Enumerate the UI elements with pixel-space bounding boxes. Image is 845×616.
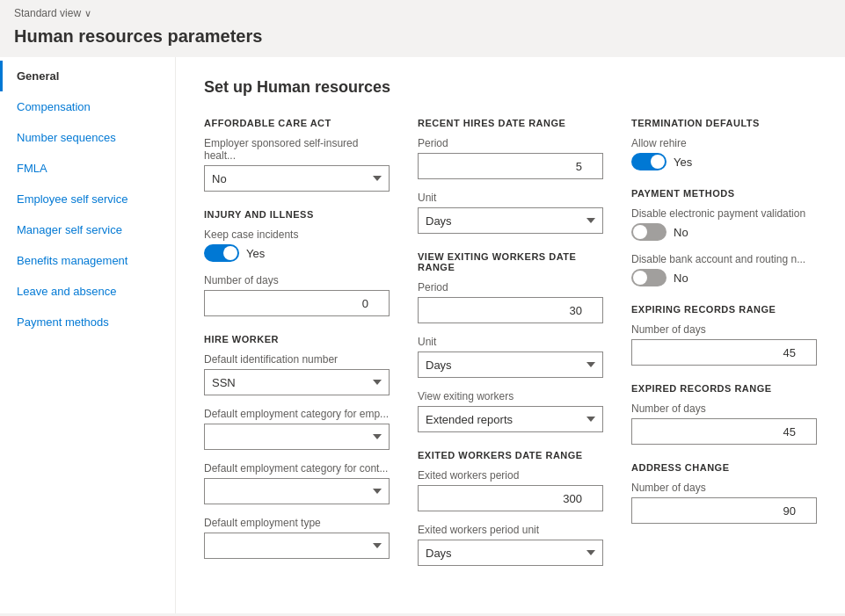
columns-grid: AFFORDABLE CARE ACT Employer sponsored s… xyxy=(204,118,817,583)
exited-period-group: Exited workers period xyxy=(418,469,603,511)
expiring-days-label: Number of days xyxy=(631,323,817,336)
default-emp-cat-emp-field-group: Default employment category for emp... xyxy=(204,408,390,450)
number-of-days-input[interactable] xyxy=(204,290,390,316)
disable-electronic-toggle-row: No xyxy=(631,223,817,241)
sidebar-item-general[interactable]: General xyxy=(0,61,175,91)
column-3: TERMINATION DEFAULTS Allow rehire Yes PA… xyxy=(631,118,817,583)
allow-rehire-toggle-row: Yes xyxy=(631,153,817,170)
injury-illness-header: INJURY AND ILLNESS xyxy=(204,209,390,220)
employer-dropdown[interactable]: No Yes xyxy=(204,165,390,192)
employer-label: Employer sponsored self-insured healt... xyxy=(204,137,390,162)
hire-worker-header: HIRE WORKER xyxy=(204,334,390,344)
section-title: Set up Human resources xyxy=(204,78,817,97)
default-emp-type-dropdown[interactable] xyxy=(204,533,390,559)
default-emp-type-label: Default employment type xyxy=(204,517,390,529)
sidebar-item-label: Benefits management xyxy=(17,254,127,267)
exited-period-input[interactable] xyxy=(418,485,603,511)
exited-workers-group: EXITED WORKERS DATE RANGE Exited workers… xyxy=(418,450,603,566)
expired-records-group: EXPIRED RECORDS RANGE Number of days xyxy=(631,383,817,445)
default-emp-type-field-group: Default employment type xyxy=(204,517,390,559)
expiring-days-group: Number of days xyxy=(631,323,817,366)
allow-rehire-label: Allow rehire xyxy=(631,137,817,149)
allow-rehire-value: Yes xyxy=(674,156,692,169)
column-1: AFFORDABLE CARE ACT Employer sponsored s… xyxy=(204,118,390,583)
view-exiting-period-input[interactable] xyxy=(418,297,603,323)
allow-rehire-toggle[interactable] xyxy=(631,153,667,170)
address-days-label: Number of days xyxy=(631,482,817,494)
termination-defaults-group: TERMINATION DEFAULTS Allow rehire Yes xyxy=(631,118,817,170)
sidebar-item-number-sequences[interactable]: Number sequences xyxy=(0,122,175,153)
default-id-label: Default identification number xyxy=(204,353,390,366)
expired-days-group: Number of days xyxy=(631,402,817,445)
sidebar-item-label: Manager self service xyxy=(17,223,122,236)
view-exiting-workers-label: View exiting workers xyxy=(418,390,603,402)
keep-case-toggle-row: Yes xyxy=(204,244,390,262)
keep-case-toggle[interactable] xyxy=(204,244,239,262)
sidebar-item-fmla[interactable]: FMLA xyxy=(0,153,175,184)
exited-period-unit-dropdown[interactable]: Days Weeks Months xyxy=(418,540,603,566)
disable-bank-label: Disable bank account and routing n... xyxy=(631,253,817,265)
expiring-records-group: EXPIRING RECORDS RANGE Number of days xyxy=(631,304,817,366)
address-change-header: ADDRESS CHANGE xyxy=(631,462,817,473)
number-of-days-label: Number of days xyxy=(204,274,390,286)
address-days-input[interactable] xyxy=(631,497,817,524)
sidebar-item-manager-self-service[interactable]: Manager self service xyxy=(0,214,175,245)
exited-period-unit-group: Exited workers period unit Days Weeks Mo… xyxy=(418,524,603,566)
default-id-dropdown[interactable]: SSN xyxy=(204,369,390,395)
expiring-records-header: EXPIRING RECORDS RANGE xyxy=(631,304,817,315)
sidebar-item-employee-self-service[interactable]: Employee self service xyxy=(0,184,175,214)
recent-hires-period-label: Period xyxy=(418,137,603,149)
recent-hires-unit-group: Unit Days Weeks Months xyxy=(418,192,603,234)
exited-period-label: Exited workers period xyxy=(418,469,603,482)
sidebar-item-label: Employee self service xyxy=(17,192,127,206)
recent-hires-unit-dropdown[interactable]: Days Weeks Months xyxy=(418,207,603,234)
view-exiting-workers-group: VIEW EXITING WORKERS DATE RANGE Period U… xyxy=(418,251,603,432)
default-emp-cat-emp-label: Default employment category for emp... xyxy=(204,408,390,420)
address-days-group: Number of days xyxy=(631,482,817,524)
sidebar-item-label: Leave and absence xyxy=(17,285,116,298)
view-exiting-period-label: Period xyxy=(418,281,603,294)
employer-field-group: Employer sponsored self-insured healt...… xyxy=(204,137,390,192)
disable-electronic-toggle[interactable] xyxy=(631,223,667,241)
main-layout: General Compensation Number sequences FM… xyxy=(0,57,845,613)
page-title: Human resources parameters xyxy=(0,23,845,57)
standard-view-label[interactable]: Standard view xyxy=(14,7,81,19)
disable-electronic-value: No xyxy=(674,226,688,239)
termination-defaults-header: TERMINATION DEFAULTS xyxy=(631,118,817,128)
keep-case-value: Yes xyxy=(246,247,265,260)
sidebar: General Compensation Number sequences FM… xyxy=(0,57,176,613)
payment-methods-group: PAYMENT METHODS Disable electronic payme… xyxy=(631,188,817,286)
hire-worker-group: HIRE WORKER Default identification numbe… xyxy=(204,334,390,559)
sidebar-item-leave-and-absence[interactable]: Leave and absence xyxy=(0,276,175,307)
exited-workers-header: EXITED WORKERS DATE RANGE xyxy=(418,450,603,460)
sidebar-item-benefits-management[interactable]: Benefits management xyxy=(0,245,175,276)
recent-hires-unit-label: Unit xyxy=(418,192,603,204)
chevron-down-icon[interactable]: ∨ xyxy=(84,8,91,19)
view-exiting-unit-label: Unit xyxy=(418,336,603,348)
default-emp-cat-cont-field-group: Default employment category for cont... xyxy=(204,462,390,504)
sidebar-item-payment-methods[interactable]: Payment methods xyxy=(0,307,175,337)
sidebar-item-compensation[interactable]: Compensation xyxy=(0,91,175,122)
view-exiting-workers-dropdown[interactable]: Extended reports Direct reports All work… xyxy=(418,406,603,432)
view-exiting-unit-dropdown[interactable]: Days Weeks Months xyxy=(418,351,603,378)
number-of-days-field-group: Number of days xyxy=(204,274,390,316)
disable-bank-toggle[interactable] xyxy=(631,269,667,286)
sidebar-item-label: FMLA xyxy=(17,162,47,175)
recent-hires-period-group: Period xyxy=(418,137,603,179)
recent-hires-period-input[interactable] xyxy=(418,153,603,179)
default-emp-cat-cont-dropdown[interactable] xyxy=(204,478,390,504)
sidebar-item-label: Payment methods xyxy=(17,315,109,329)
disable-bank-toggle-row: No xyxy=(631,269,817,286)
disable-electronic-label: Disable electronic payment validation xyxy=(631,207,817,220)
view-exiting-workers-header: VIEW EXITING WORKERS DATE RANGE xyxy=(418,251,603,272)
injury-illness-group: INJURY AND ILLNESS Keep case incidents Y… xyxy=(204,209,390,316)
expiring-days-input[interactable] xyxy=(631,339,817,366)
expired-days-input[interactable] xyxy=(631,418,817,445)
view-exiting-unit-group: Unit Days Weeks Months xyxy=(418,336,603,378)
sidebar-item-label: Number sequences xyxy=(17,131,116,144)
default-emp-cat-emp-dropdown[interactable] xyxy=(204,424,390,450)
view-exiting-period-group: Period xyxy=(418,281,603,323)
affordable-care-act-group: AFFORDABLE CARE ACT Employer sponsored s… xyxy=(204,118,390,192)
content-area: Set up Human resources AFFORDABLE CARE A… xyxy=(176,57,845,613)
address-change-group: ADDRESS CHANGE Number of days xyxy=(631,462,817,524)
